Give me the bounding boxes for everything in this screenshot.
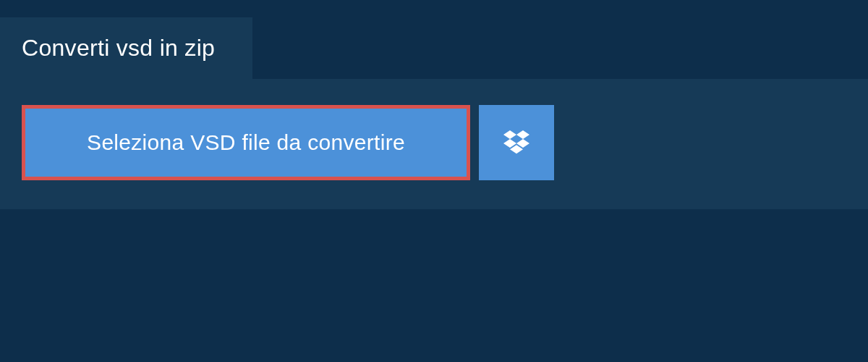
button-group: Seleziona VSD file da convertire xyxy=(22,105,846,180)
dropbox-icon xyxy=(503,128,529,157)
tab-convert[interactable]: Converti vsd in zip xyxy=(0,17,252,79)
tab-bar: Converti vsd in zip xyxy=(0,17,868,79)
dropbox-button[interactable] xyxy=(479,105,554,180)
select-file-button[interactable]: Seleziona VSD file da convertire xyxy=(22,105,470,180)
converter-panel: Seleziona VSD file da convertire xyxy=(0,79,868,209)
select-file-label: Seleziona VSD file da convertire xyxy=(87,130,405,155)
tab-label: Converti vsd in zip xyxy=(22,35,215,61)
